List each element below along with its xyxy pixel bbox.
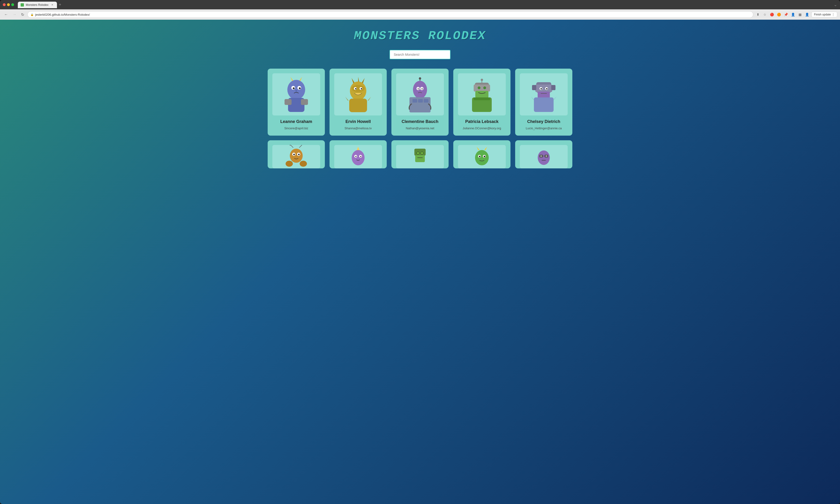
svg-point-89 (540, 155, 542, 157)
svg-marker-23 (368, 97, 371, 101)
svg-point-59 (290, 149, 303, 163)
svg-rect-45 (535, 85, 552, 92)
monster-svg-3 (404, 76, 436, 113)
svg-point-30 (421, 88, 423, 90)
nav-bar: ← → ↻ 🔒 jesterb0206.github.io/Monsters-R… (0, 10, 840, 20)
svg-point-16 (352, 85, 365, 92)
svg-rect-48 (538, 92, 550, 98)
page-title: Monsters Rolodex (354, 29, 486, 43)
svg-marker-22 (345, 97, 349, 101)
partial-card-10[interactable] (515, 140, 572, 168)
svg-point-65 (300, 161, 307, 167)
monster-image-3 (396, 73, 444, 115)
reader-view-icon[interactable]: ▦ (797, 12, 803, 17)
svg-point-0 (21, 3, 24, 6)
svg-point-77 (421, 152, 423, 154)
extension-icon-3[interactable]: 📌 (783, 12, 789, 17)
monster-svg-4 (466, 76, 498, 113)
partial-image-6 (272, 145, 320, 168)
partial-cards-row (268, 140, 572, 168)
address-bar[interactable]: 🔒 jesterb0206.github.io/Monsters-Rolodex… (28, 11, 753, 18)
svg-rect-73 (415, 155, 425, 162)
svg-rect-72 (414, 149, 426, 156)
tab-close-button[interactable]: ✕ (50, 3, 54, 7)
extension-icon-4[interactable]: 👤 (790, 12, 796, 17)
partial-image-7 (334, 145, 382, 168)
monster-card-2[interactable]: Ervin Howell Shanna@melissa.tv (330, 69, 387, 136)
reload-button[interactable]: ↻ (20, 12, 25, 18)
partial-card-7[interactable] (330, 140, 387, 168)
partial-card-9[interactable] (453, 140, 510, 168)
svg-point-84 (484, 156, 485, 157)
partial-svg-10 (530, 145, 558, 168)
svg-line-58 (299, 145, 302, 147)
svg-point-26 (413, 81, 427, 98)
extension-icon-2[interactable]: 🟠 (776, 12, 782, 17)
monster-svg-1 (280, 76, 313, 113)
share-icon[interactable]: ⬆ (755, 12, 761, 17)
search-input[interactable] (389, 50, 451, 59)
svg-rect-43 (474, 97, 490, 100)
svg-point-19 (355, 88, 356, 89)
monster-image-4 (458, 73, 506, 115)
finish-update-button[interactable]: Finish update ⋮ (811, 12, 837, 17)
monster-email-2: Shanna@melissa.tv (345, 126, 372, 130)
monster-email-4: Julianne.OConner@kory.org (463, 126, 501, 130)
window-menu-button[interactable]: ⌄ (834, 2, 837, 7)
extension-icon-1[interactable]: 🔴 (769, 12, 775, 17)
lock-icon: 🔒 (31, 13, 34, 16)
finish-update-menu-icon: ⋮ (832, 13, 835, 16)
minimize-button[interactable] (7, 3, 10, 6)
monster-card-3[interactable]: Clementine Bauch Nathan@yesenia.net (391, 69, 449, 136)
svg-point-63 (298, 154, 300, 155)
svg-rect-34 (424, 99, 428, 103)
svg-point-25 (419, 77, 421, 79)
monster-card-1[interactable]: Leanne Graham Sincere@april.biz (268, 69, 325, 136)
svg-rect-32 (413, 99, 417, 103)
monster-name-2: Ervin Howell (346, 119, 371, 124)
monster-card-4[interactable]: Patricia Lebsack Julianne.OConner@kory.o… (453, 69, 510, 136)
forward-button[interactable]: → (11, 12, 18, 18)
monster-svg-5 (527, 76, 560, 113)
tab-title: Monsters Rolodex (26, 3, 49, 6)
svg-rect-53 (534, 97, 554, 112)
partial-card-6[interactable] (268, 140, 325, 168)
monster-image-5 (520, 73, 568, 115)
search-container (389, 50, 451, 59)
monster-name-5: Chelsey Dietrich (527, 119, 560, 124)
monster-image-1 (272, 73, 320, 115)
svg-marker-55 (554, 96, 557, 100)
cards-grid: Leanne Graham Sincere@april.biz (268, 69, 572, 136)
svg-rect-39 (475, 91, 488, 98)
svg-point-64 (286, 161, 293, 167)
svg-rect-47 (551, 85, 556, 90)
close-button[interactable] (3, 3, 6, 6)
svg-point-67 (352, 150, 365, 165)
svg-marker-78 (477, 147, 479, 150)
svg-point-35 (481, 79, 483, 81)
svg-point-29 (417, 88, 419, 90)
monster-email-1: Sincere@april.biz (284, 126, 308, 130)
svg-point-71 (360, 156, 362, 157)
svg-point-80 (475, 150, 489, 165)
monster-svg-2 (342, 76, 374, 113)
maximize-button[interactable] (11, 3, 14, 6)
svg-point-51 (541, 88, 542, 89)
svg-point-85 (538, 150, 549, 165)
nav-right-icons: ⬆ ☆ 🔴 🟠 📌 👤 ▦ 👤 Finish update ⋮ (755, 12, 837, 17)
url-text: jesterb0206.github.io/Monsters-Rolodex/ (35, 13, 750, 16)
profile-icon[interactable]: 👤 (804, 12, 810, 17)
title-bar: Monsters Rolodex ✕ + ⌄ (0, 0, 840, 10)
svg-rect-21 (349, 98, 367, 112)
page-content: Monsters Rolodex (0, 20, 840, 504)
monster-email-5: Lucio_Hettinger@annie.ca (526, 126, 562, 130)
active-tab[interactable]: Monsters Rolodex ✕ (18, 2, 57, 8)
back-button[interactable]: ← (3, 12, 10, 18)
partial-card-8[interactable] (391, 140, 449, 168)
monster-card-5[interactable]: Chelsey Dietrich Lucio_Hettinger@annie.c… (515, 69, 572, 136)
finish-update-label: Finish update (814, 13, 831, 16)
svg-rect-11 (301, 99, 308, 105)
new-tab-button[interactable]: + (57, 1, 63, 8)
svg-point-6 (293, 87, 295, 89)
bookmark-icon[interactable]: ☆ (762, 12, 768, 17)
